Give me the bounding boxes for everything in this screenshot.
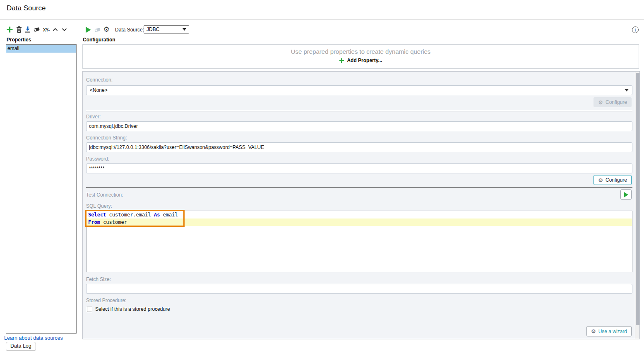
configure-label: Configure (606, 177, 627, 183)
dropdown-arrow-icon (625, 89, 629, 91)
fetch-size-input[interactable] (86, 284, 632, 294)
gear-icon: ⚙ (598, 100, 603, 105)
clear-config-button[interactable] (94, 26, 101, 33)
clear-button[interactable] (33, 26, 41, 33)
fetch-size-label: Fetch Size: (86, 276, 111, 282)
password-configure-button[interactable]: ⚙ Configure (594, 175, 632, 185)
connection-select[interactable]: <None> (86, 85, 632, 95)
dropdown-arrow-icon (183, 28, 186, 31)
sql-editor-lines: Select customer.email As emailFrom custo… (87, 211, 632, 226)
sql-query-editor[interactable]: Select customer.email As emailFrom custo… (86, 211, 632, 272)
section-divider (86, 111, 632, 111)
sql-line: Select customer.email As email (87, 211, 632, 219)
chevron-down-icon (62, 28, 67, 31)
configure-label: Configure (606, 99, 627, 105)
data-source-type-value: JDBC (147, 26, 159, 32)
plus-icon (339, 58, 344, 63)
page-title: Data Source (7, 4, 46, 12)
stored-procedure-checkbox-row[interactable]: Select if this is a stored procedure (87, 306, 170, 312)
add-property-label: Add Property... (347, 58, 382, 63)
use-wizard-button[interactable]: ⚙ Use a wizard (586, 326, 632, 336)
configuration-panel: Connection: <None> ⚙ Configure Driver: C… (82, 71, 640, 339)
driver-label: Driver: (86, 114, 101, 120)
move-up-button[interactable] (52, 27, 58, 32)
stored-procedure-label: Stored Procedure: (86, 298, 126, 303)
gear-icon: ⚙ (591, 329, 596, 334)
gear-icon: ⚙ (103, 26, 109, 33)
sql-query-label: SQL Query: (86, 203, 112, 209)
connection-string-input[interactable] (86, 142, 632, 152)
prepared-properties-hint: Use prepared properties to create dynami… (83, 48, 639, 55)
tab-data-log[interactable]: Data Log (6, 342, 36, 351)
password-input[interactable] (86, 163, 632, 173)
learn-link[interactable]: Learn about data sources (4, 335, 63, 341)
play-icon (85, 26, 91, 34)
connection-label: Connection: (86, 77, 113, 83)
header-divider (0, 19, 644, 20)
import-button[interactable] (24, 26, 31, 33)
add-property-icon[interactable] (6, 26, 13, 33)
password-label: Password: (86, 156, 109, 162)
driver-input[interactable] (86, 121, 632, 131)
section-divider (86, 187, 632, 188)
properties-header: Properties (7, 37, 31, 43)
properties-list[interactable]: email (6, 44, 77, 334)
download-icon (24, 26, 31, 33)
use-wizard-label: Use a wizard (598, 329, 627, 334)
data-source-type-label: Data Source: (115, 27, 144, 33)
connection-configure-button[interactable]: ⚙ Configure (594, 97, 632, 107)
info-icon[interactable]: i (632, 26, 639, 33)
run-query-button[interactable] (84, 26, 92, 34)
scrollbar-thumb[interactable] (636, 73, 639, 325)
gear-icon: ⚙ (598, 178, 603, 183)
delete-button[interactable] (15, 26, 22, 33)
xy-icon: XY- (43, 28, 50, 32)
settings-button[interactable]: ⚙ (103, 26, 110, 33)
list-item[interactable]: email (6, 45, 76, 53)
configuration-header: Configuration (83, 37, 115, 43)
add-property-button[interactable]: Add Property... (83, 58, 639, 63)
sql-line: From customer (87, 219, 632, 226)
stored-procedure-checkbox-label: Select if this is a stored procedure (95, 306, 170, 312)
rename-property-button[interactable]: XY- (42, 27, 51, 33)
stored-procedure-checkbox[interactable] (87, 307, 92, 312)
play-icon (623, 192, 629, 198)
test-connection-button[interactable] (620, 189, 632, 200)
trash-icon (16, 26, 22, 33)
data-source-window: Data Source XY- (0, 0, 644, 353)
prepared-properties-box: Use prepared properties to create dynami… (82, 44, 639, 69)
move-down-button[interactable] (61, 27, 67, 32)
eraser-disabled-icon (94, 26, 101, 33)
connection-value: <None> (90, 87, 108, 93)
test-connection-label: Test Connection: (86, 192, 123, 198)
connection-string-label: Connection String: (86, 135, 127, 141)
scrollbar[interactable] (635, 72, 639, 339)
chevron-up-icon (53, 28, 58, 31)
plus-icon (6, 26, 13, 33)
data-source-type-select[interactable]: JDBC (144, 25, 189, 34)
eraser-icon (33, 26, 41, 33)
